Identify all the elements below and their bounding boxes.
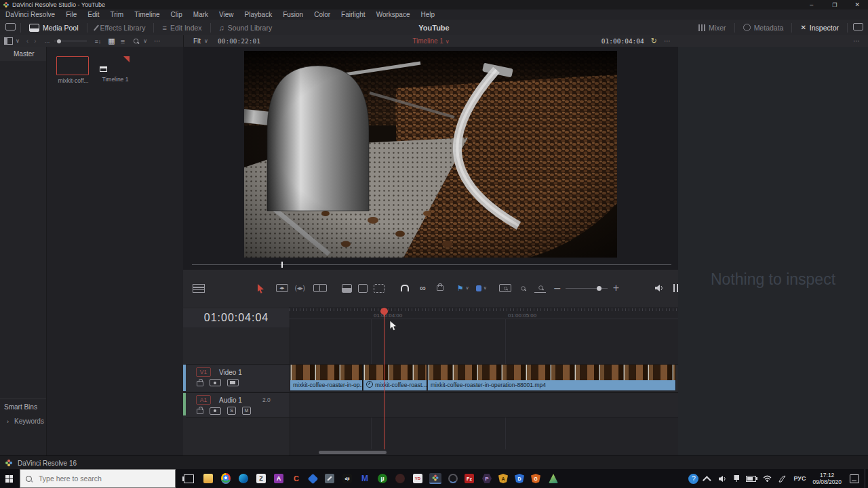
thumb-size-slider[interactable] (54, 41, 87, 41)
pin-icon[interactable] (734, 475, 739, 482)
tray-expand-icon[interactable] (703, 476, 711, 485)
menu-playback[interactable]: Playback (239, 11, 278, 18)
menu-timeline[interactable]: Timeline (129, 11, 165, 18)
video-track-badge[interactable]: V1 (196, 367, 211, 377)
audio-mute-button[interactable]: M (242, 407, 251, 415)
video-lock-icon[interactable] (197, 381, 203, 386)
zoom-out-icon[interactable]: – (554, 282, 560, 294)
menu-workspace[interactable]: Workspace (371, 11, 416, 18)
blue-shield-icon[interactable]: D (515, 474, 524, 483)
audio-track-header[interactable]: A1 Audio 1 2.0 S M (186, 392, 290, 418)
media-pool-button[interactable]: Media Pool (21, 20, 87, 35)
menu-color[interactable]: Color (309, 11, 336, 18)
edit-index-button[interactable]: ≡ Edit Index (154, 20, 210, 35)
menu-file[interactable]: File (60, 11, 82, 18)
notes-icon[interactable] (325, 474, 334, 483)
obs-icon[interactable] (448, 474, 458, 483)
menu-fairlight[interactable]: Fairlight (336, 11, 371, 18)
start-button[interactable] (5, 475, 13, 483)
timeline-view-options-icon[interactable] (193, 284, 205, 293)
insert-clip-icon[interactable] (342, 284, 353, 293)
timeline-clip[interactable]: mixkit-coffee-roaster-in-op... (290, 365, 363, 390)
video-auto-select-icon[interactable] (210, 379, 221, 386)
volume-icon[interactable] (718, 475, 727, 483)
timeline-height-icon[interactable] (673, 284, 678, 292)
dji-icon[interactable]: dji (342, 474, 352, 483)
audio-auto-select-icon[interactable] (210, 407, 221, 415)
flag-icon[interactable]: ⚑ (457, 284, 464, 293)
metadata-button[interactable]: Metadata (735, 20, 792, 35)
menu-help[interactable]: Help (415, 11, 440, 18)
restore-button[interactable]: ❐ (823, 2, 846, 8)
zoom-in-icon[interactable]: + (613, 282, 619, 294)
show-desktop-strip[interactable] (865, 469, 868, 488)
timeline-clip-item[interactable]: Timeline 1 (98, 56, 132, 83)
dynamic-trim-mode-icon[interactable]: (◂▸) (295, 285, 305, 291)
viewer-options-icon[interactable]: ⋯ (664, 37, 671, 45)
timeline-clip[interactable]: mixkit-coffee-roaster-in-operation-88001… (428, 365, 676, 390)
battery-icon[interactable] (746, 476, 756, 482)
dark-disc-icon[interactable] (395, 474, 405, 483)
language-indicator[interactable]: РУС (793, 475, 806, 482)
mixer-button[interactable]: Mixer (690, 20, 734, 35)
loop-jog-icon[interactable]: ↻ (651, 37, 657, 45)
audio-monitor-icon[interactable] (654, 284, 664, 292)
file-explorer-icon[interactable] (203, 474, 213, 483)
full-extent-zoom-icon[interactable] (499, 284, 511, 292)
affinity-icon[interactable]: A (274, 474, 283, 483)
menu-mark[interactable]: Mark (188, 11, 214, 18)
clock[interactable]: 17:12 09/08/2020 (812, 472, 842, 485)
search-icon[interactable] (134, 39, 138, 43)
search-input[interactable] (37, 474, 149, 483)
blue-gem-icon[interactable] (308, 473, 319, 484)
video-enable-icon[interactable] (227, 379, 239, 386)
timeline-ruler[interactable] (290, 308, 678, 319)
ydownloader-icon[interactable]: YD (413, 474, 422, 483)
utorrent-icon[interactable]: µ (378, 474, 387, 483)
link-clips-icon[interactable]: ∞ (420, 283, 426, 293)
marker-icon[interactable] (476, 285, 481, 291)
timeline-monitor-icon[interactable] (848, 23, 868, 32)
bin-view-chevron-icon[interactable]: ∨ (16, 38, 20, 44)
flag-chevron-icon[interactable]: ∨ (466, 285, 469, 291)
overwrite-clip-icon[interactable] (358, 284, 368, 293)
audio-track-badge[interactable]: A1 (196, 395, 211, 405)
viewer-scrub-bar[interactable] (192, 264, 671, 265)
list-view-icon[interactable]: ≡ (121, 37, 125, 45)
task-view-button[interactable] (184, 474, 194, 483)
zbrush-icon[interactable]: Z (256, 474, 266, 483)
zoom-slider[interactable] (566, 288, 608, 289)
close-button[interactable]: ✕ (846, 1, 868, 8)
sound-library-button[interactable]: ♫ Sound Library (211, 20, 281, 35)
inspector-button[interactable]: ✕ Inspector (792, 20, 847, 35)
media-clip-item[interactable]: mixkit-coff... (56, 56, 90, 84)
pen-icon[interactable] (778, 475, 787, 483)
timeline-clip[interactable]: mixkit-coffee-roast... (363, 365, 427, 390)
action-center-icon[interactable] (850, 474, 859, 483)
menu-clip[interactable]: Clip (165, 11, 188, 18)
inspector-options-icon[interactable]: ⋯ (853, 37, 860, 45)
effects-library-button[interactable]: Effects Library (87, 20, 154, 35)
parsec-icon[interactable]: P (482, 474, 492, 483)
menu-edit[interactable]: Edit (82, 11, 104, 18)
bin-sidebar-toggle-icon[interactable] (4, 37, 13, 45)
replace-clip-icon[interactable] (374, 284, 384, 293)
menu-davinci-resolve[interactable]: DaVinci Resolve (0, 11, 60, 18)
medium-m-icon[interactable]: M (360, 474, 370, 483)
filezilla-icon[interactable]: Fz (465, 474, 474, 483)
menu-fusion[interactable]: Fusion (277, 11, 309, 18)
video-track-header[interactable]: V1 Video 1 (186, 364, 290, 392)
audio-solo-button[interactable]: S (227, 407, 236, 415)
resolve-taskbar-icon[interactable] (429, 473, 441, 484)
viewer-zoom-chevron-icon[interactable]: ∨ (204, 38, 208, 44)
keywords-item[interactable]: › Keywords (7, 418, 44, 425)
chrome-icon[interactable] (221, 473, 231, 484)
grid-view-icon[interactable]: ▦ (108, 37, 115, 45)
edge-icon[interactable] (239, 474, 248, 483)
search-chevron-icon[interactable]: ∨ (143, 38, 147, 44)
position-lock-icon[interactable] (437, 285, 443, 291)
menu-trim[interactable]: Trim (105, 11, 130, 18)
custom-zoom-icon[interactable] (534, 284, 547, 293)
orange-shield-icon[interactable]: G (531, 474, 540, 483)
viewer-scrub-playhead[interactable] (281, 262, 283, 268)
